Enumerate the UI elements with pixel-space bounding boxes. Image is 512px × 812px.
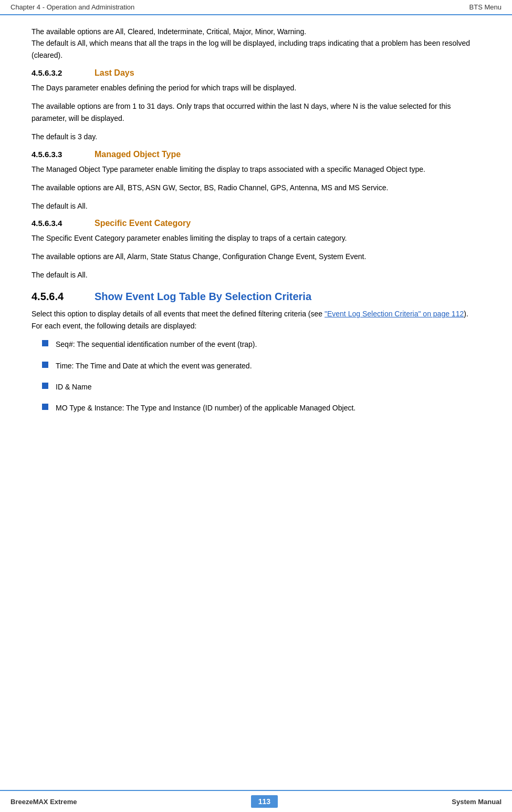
section-header-4.5.6.3.2: 4.5.6.3.2Last Days <box>32 68 480 78</box>
bullet-icon <box>42 362 48 368</box>
bullet-icon <box>42 383 48 389</box>
footer-page-number: 113 <box>251 795 278 808</box>
sections-container: 4.5.6.3.2Last DaysThe Days parameter ena… <box>32 68 480 281</box>
section-4.5.6.3.4: 4.5.6.3.4Specific Event CategoryThe Spec… <box>32 219 480 281</box>
large-section-header: 4.5.6.4 Show Event Log Table By Selectio… <box>32 291 480 303</box>
section-paragraph: The default is All. <box>32 269 480 281</box>
footer-left: BreezeMAX Extreme <box>11 798 77 806</box>
section-title: Specific Event Category <box>95 219 191 228</box>
header-left: Chapter 4 - Operation and Administration <box>11 3 134 11</box>
section-number: 4.5.6.3.2 <box>32 68 89 77</box>
section-title: Managed Object Type <box>95 150 181 159</box>
bullet-icon <box>42 340 48 346</box>
page-header: Chapter 4 - Operation and Administration… <box>0 0 512 15</box>
main-content: The available options are All, Cleared, … <box>0 20 512 455</box>
large-section-number: 4.5.6.4 <box>32 291 89 303</box>
section-paragraph: The available options are All, Alarm, St… <box>32 251 480 263</box>
list-item: Time: The Time and Date at which the eve… <box>42 360 480 372</box>
section-paragraph: The default is 3 day. <box>32 131 480 143</box>
section-4.5.6.3.2: 4.5.6.3.2Last DaysThe Days parameter ena… <box>32 68 480 143</box>
section-paragraph: The Specific Event Category parameter en… <box>32 232 480 244</box>
page-footer: BreezeMAX Extreme 113 System Manual <box>0 790 512 812</box>
large-section: 4.5.6.4 Show Event Log Table By Selectio… <box>32 291 480 414</box>
section-paragraph: The available options are from 1 to 31 d… <box>32 100 480 125</box>
section-number: 4.5.6.3.3 <box>32 150 89 159</box>
list-item: MO Type & Instance: The Type and Instanc… <box>42 402 480 414</box>
list-item-text: Seq#: The sequential identification numb… <box>56 338 257 350</box>
section-paragraph: The available options are All, BTS, ASN … <box>32 182 480 194</box>
footer-right: System Manual <box>452 798 501 806</box>
intro-line2: The default is All, which means that all… <box>32 37 480 61</box>
intro-line1: The available options are All, Cleared, … <box>32 26 480 37</box>
section-title: Last Days <box>95 68 134 78</box>
bullet-icon <box>42 404 48 410</box>
section-header-4.5.6.3.3: 4.5.6.3.3Managed Object Type <box>32 150 480 159</box>
section-paragraph: The default is All. <box>32 200 480 212</box>
section-body: The Days parameter enables defining the … <box>32 82 480 143</box>
section-paragraph: The Managed Object Type parameter enable… <box>32 163 480 176</box>
section-header-4.5.6.3.4: 4.5.6.3.4Specific Event Category <box>32 219 480 228</box>
bullet-list: Seq#: The sequential identification numb… <box>42 338 480 414</box>
list-item-text: ID & Name <box>56 381 91 393</box>
section-body: The Specific Event Category parameter en… <box>32 232 480 281</box>
header-right: BTS Menu <box>469 3 501 11</box>
large-section-title: Show Event Log Table By Selection Criter… <box>95 291 311 303</box>
list-item-text: MO Type & Instance: The Type and Instanc… <box>56 402 356 414</box>
section-number: 4.5.6.3.4 <box>32 219 89 228</box>
list-item: ID & Name <box>42 381 480 393</box>
intro-paragraph: The available options are All, Cleared, … <box>32 26 480 61</box>
large-section-body: Select this option to display details of… <box>32 308 480 414</box>
list-item-text: Time: The Time and Date at which the eve… <box>56 360 252 372</box>
section-paragraph: The Days parameter enables defining the … <box>32 82 480 94</box>
large-section-intro: Select this option to display details of… <box>32 308 480 332</box>
criteria-link[interactable]: "Event Log Selection Criteria" on page 1… <box>325 310 464 318</box>
section-4.5.6.3.3: 4.5.6.3.3Managed Object TypeThe Managed … <box>32 150 480 212</box>
list-item: Seq#: The sequential identification numb… <box>42 338 480 350</box>
section-body: The Managed Object Type parameter enable… <box>32 163 480 212</box>
